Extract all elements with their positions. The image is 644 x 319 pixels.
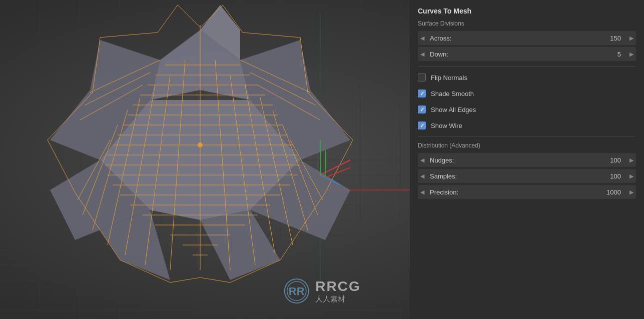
across-field[interactable]: ◀ Across: 150 ▶ (418, 31, 636, 45)
shade-smooth-label: Shade Smooth (431, 90, 474, 98)
svg-text:RR: RR (288, 285, 304, 298)
show-wire-row[interactable]: Show Wire (418, 120, 636, 132)
precision-label: Precision: (427, 188, 606, 196)
across-arrow-right[interactable]: ▶ (627, 31, 636, 45)
panel-title: Curves To Mesh (418, 7, 636, 15)
down-arrow-left[interactable]: ◀ (418, 47, 427, 61)
watermark-cn: 人人素材 (315, 294, 360, 304)
flip-normals-checkbox[interactable] (418, 74, 426, 82)
watermark-text-group: RRCG 人人素材 (315, 278, 360, 304)
shade-smooth-checkbox[interactable] (418, 90, 426, 98)
nudges-arrow-right[interactable]: ▶ (627, 153, 636, 167)
show-all-edges-checkbox[interactable] (418, 106, 426, 114)
nudges-field[interactable]: ◀ Nudges: 100 ▶ (418, 153, 636, 167)
down-arrow-right[interactable]: ▶ (627, 47, 636, 61)
precision-arrow-left[interactable]: ◀ (418, 185, 427, 199)
nudges-value: 100 (610, 156, 627, 164)
across-label: Across: (427, 34, 610, 42)
samples-arrow-left[interactable]: ◀ (418, 169, 427, 183)
divider-2 (418, 136, 636, 137)
watermark: RR RRCG 人人素材 (283, 278, 360, 304)
show-all-edges-label: Show All Edges (431, 106, 476, 114)
show-wire-label: Show Wire (431, 122, 462, 130)
across-arrow-left[interactable]: ◀ (418, 31, 427, 45)
samples-field[interactable]: ◀ Samples: 100 ▶ (418, 169, 636, 183)
samples-arrow-right[interactable]: ▶ (627, 169, 636, 183)
across-value: 150 (610, 34, 627, 42)
down-field[interactable]: ◀ Down: 5 ▶ (418, 47, 636, 61)
svg-point-77 (198, 142, 203, 148)
precision-field[interactable]: ◀ Precision: 1000 ▶ (418, 185, 636, 199)
watermark-en: RRCG (315, 278, 360, 294)
surface-divisions-label: Surface Divisions (418, 20, 636, 27)
show-all-edges-row[interactable]: Show All Edges (418, 104, 636, 116)
down-value: 5 (617, 50, 627, 58)
nudges-arrow-left[interactable]: ◀ (418, 153, 427, 167)
shade-smooth-row[interactable]: Shade Smooth (418, 88, 636, 100)
divider-1 (418, 66, 636, 66)
flip-normals-label: Flip Normals (431, 74, 467, 82)
samples-value: 100 (610, 172, 627, 180)
nudges-label: Nudges: (427, 156, 610, 164)
samples-label: Samples: (427, 172, 610, 180)
precision-value: 1000 (606, 188, 627, 196)
down-label: Down: (427, 50, 617, 58)
properties-panel: Curves To Mesh Surface Divisions ◀ Acros… (410, 0, 644, 319)
precision-arrow-right[interactable]: ▶ (627, 185, 636, 199)
watermark-logo: RR (283, 278, 309, 304)
distribution-label: Distribution (Advanced) (418, 142, 636, 149)
flip-normals-row[interactable]: Flip Normals (418, 72, 636, 84)
show-wire-checkbox[interactable] (418, 122, 426, 130)
